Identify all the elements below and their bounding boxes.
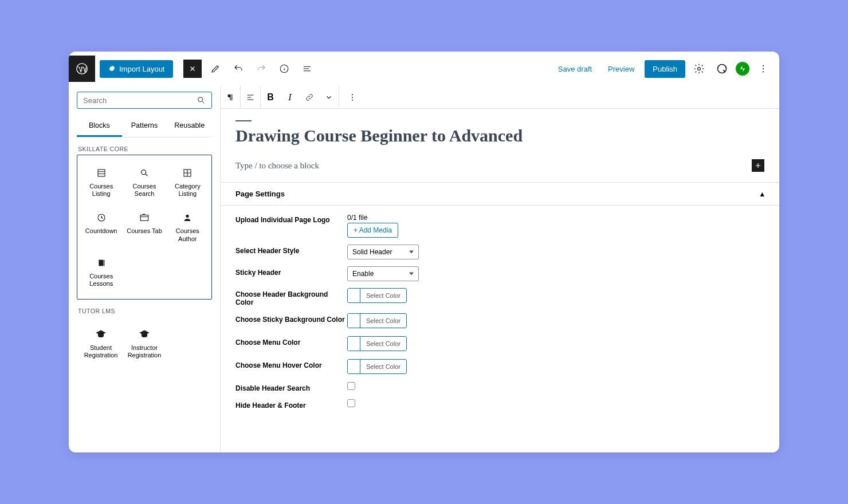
color-swatch xyxy=(348,360,360,373)
paragraph-tool[interactable] xyxy=(221,86,240,108)
person-icon xyxy=(183,211,192,224)
qubely-icon xyxy=(108,65,116,73)
close-button[interactable] xyxy=(183,60,202,78)
more-button[interactable] xyxy=(754,60,772,78)
import-label: Import Layout xyxy=(119,65,165,73)
color-swatch xyxy=(348,314,360,328)
label-menu-hover: Choose Menu Hover Color xyxy=(235,359,347,369)
list-icon xyxy=(302,64,312,74)
color-header-bg[interactable]: Select Color xyxy=(347,288,407,303)
tab-blocks[interactable]: Blocks xyxy=(77,116,122,137)
plus-icon xyxy=(754,162,762,170)
tutor-blocks: Student Registration Instructor Registra… xyxy=(77,317,212,371)
search-input[interactable] xyxy=(83,96,197,105)
checkbox-disable-search[interactable] xyxy=(347,382,355,390)
add-block-button[interactable] xyxy=(752,159,764,172)
italic-tool[interactable]: I xyxy=(280,86,300,108)
svg-rect-13 xyxy=(140,215,148,221)
block-appender[interactable]: Type / to choose a block xyxy=(235,159,764,182)
file-count: 0/1 file xyxy=(347,214,764,222)
page-title[interactable]: Drawing Course Beginner to Advanced xyxy=(235,126,764,145)
graduation-icon xyxy=(139,328,150,341)
tab-reusable[interactable]: Reusable xyxy=(167,116,212,137)
svg-point-14 xyxy=(186,215,189,218)
select-sticky-header[interactable]: Enable xyxy=(347,266,419,281)
add-media-button[interactable]: + Add Media xyxy=(347,223,398,238)
clock-icon xyxy=(96,211,107,224)
link-icon xyxy=(305,93,314,102)
pencil-icon xyxy=(210,64,221,74)
svg-rect-15 xyxy=(99,259,103,266)
close-icon xyxy=(189,65,197,73)
tab-patterns[interactable]: Patterns xyxy=(122,116,167,137)
tab-icon xyxy=(139,211,150,224)
label-disable-search: Disable Header Search xyxy=(235,382,347,392)
color-menu-hover[interactable]: Select Color xyxy=(347,359,407,374)
settings-button[interactable] xyxy=(690,60,708,78)
svg-point-19 xyxy=(352,99,353,100)
block-student-registration[interactable]: Student Registration xyxy=(80,322,121,365)
block-courses-lessons[interactable]: Courses Lessons xyxy=(81,251,121,293)
preview-button[interactable]: Preview xyxy=(602,61,640,77)
graduation-icon xyxy=(96,328,106,341)
grid-icon xyxy=(182,167,193,179)
save-draft-button[interactable]: Save draft xyxy=(552,61,598,77)
svg-point-17 xyxy=(352,94,353,95)
type-placeholder: Type / to choose a block xyxy=(235,161,319,171)
block-courses-author[interactable]: Courses Author xyxy=(167,206,208,248)
label-header-bg: Choose Header Background Color xyxy=(235,288,347,306)
qubely-icon xyxy=(716,63,728,74)
editor-main: B I Drawing Course Beginner to Advanced … xyxy=(221,86,779,452)
svg-rect-16 xyxy=(104,259,104,266)
select-header-style[interactable]: Solid Header xyxy=(347,245,419,259)
jetpack-icon xyxy=(739,65,747,73)
redo-button[interactable] xyxy=(252,60,270,78)
editor-body: Blocks Patterns Reusable SKILLATE CORE C… xyxy=(69,86,779,452)
more-icon xyxy=(758,64,768,74)
align-tool[interactable] xyxy=(241,86,260,108)
label-menu-color: Choose Menu Color xyxy=(235,336,347,346)
import-layout-button[interactable]: Import Layout xyxy=(100,60,173,78)
inserter-tabs: Blocks Patterns Reusable xyxy=(77,116,212,137)
pilcrow-icon xyxy=(226,93,235,102)
outline-button[interactable] xyxy=(298,60,316,78)
redo-icon xyxy=(256,64,266,74)
wordpress-logo[interactable] xyxy=(69,56,95,82)
book-icon xyxy=(97,257,106,269)
jetpack-button[interactable] xyxy=(736,62,749,76)
title-accent xyxy=(235,120,252,121)
svg-point-18 xyxy=(352,97,353,98)
chevron-tool[interactable] xyxy=(319,86,339,108)
link-tool[interactable] xyxy=(300,86,319,108)
publish-button[interactable]: Publish xyxy=(645,60,685,78)
chevron-down-icon xyxy=(325,93,333,101)
block-countdown[interactable]: Countdown xyxy=(81,206,121,248)
color-sticky-bg[interactable]: Select Color xyxy=(347,313,407,328)
settings-header[interactable]: Page Settings ▴ xyxy=(221,183,779,206)
block-inserter: Blocks Patterns Reusable SKILLATE CORE C… xyxy=(69,86,221,452)
color-swatch xyxy=(348,289,360,302)
block-category-listing[interactable]: Category Listing xyxy=(167,161,208,203)
undo-icon xyxy=(233,64,244,74)
block-toolbar: B I xyxy=(221,86,779,109)
undo-button[interactable] xyxy=(229,60,248,78)
qubely-button[interactable] xyxy=(713,60,731,78)
section-tutor: TUTOR LMS xyxy=(78,308,211,314)
page-settings-panel: Page Settings ▴ Upload Individual Page L… xyxy=(221,182,779,413)
block-instructor-registration[interactable]: Instructor Registration xyxy=(124,322,165,365)
block-courses-tab[interactable]: Courses Tab xyxy=(124,206,164,248)
info-button[interactable] xyxy=(275,60,293,78)
checkbox-hide-header-footer[interactable] xyxy=(347,399,355,407)
block-courses-search[interactable]: Courses Search xyxy=(124,161,164,203)
editor-window: Import Layout Save draft Preview Publish… xyxy=(69,52,779,452)
color-menu[interactable]: Select Color xyxy=(347,336,407,351)
bold-tool[interactable]: B xyxy=(261,86,280,108)
settings-body: Upload Individual Page Logo0/1 file+ Add… xyxy=(221,206,779,413)
color-swatch xyxy=(348,337,360,351)
search-input-wrapper[interactable] xyxy=(77,92,212,109)
toolbar-more[interactable] xyxy=(343,93,362,102)
more-icon xyxy=(348,93,357,102)
block-courses-listing[interactable]: Courses Listing xyxy=(81,161,121,203)
edit-button[interactable] xyxy=(206,60,225,78)
svg-point-7 xyxy=(763,71,764,72)
